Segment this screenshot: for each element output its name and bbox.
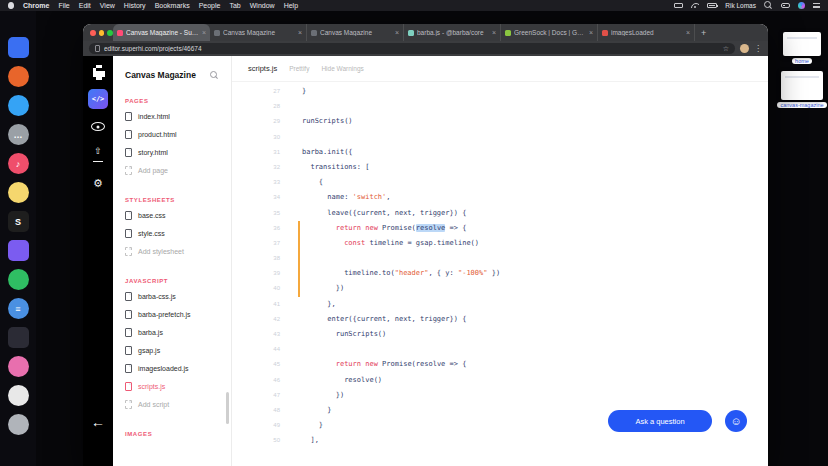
preview-eye-icon[interactable] xyxy=(91,122,105,131)
display-icon[interactable] xyxy=(674,3,683,8)
code-line[interactable]: 31barba.init({ xyxy=(232,145,768,160)
upload-icon[interactable] xyxy=(92,149,104,162)
file-item-index.html[interactable]: index.html xyxy=(113,107,231,125)
code-line[interactable]: 50 ], xyxy=(232,433,768,448)
browser-tab-5[interactable]: imagesLoaded× xyxy=(598,24,695,41)
tab-close-icon[interactable]: × xyxy=(395,29,399,36)
code-line[interactable]: 46 resolve() xyxy=(232,373,768,388)
window-thumbnail-home[interactable]: home xyxy=(783,32,821,64)
code-line[interactable]: 27} xyxy=(232,84,768,99)
dock-app-mug[interactable] xyxy=(8,385,29,406)
code-line[interactable]: 36 return new Promise(resolve => { xyxy=(232,221,768,236)
siri-icon[interactable] xyxy=(798,2,805,9)
code-line[interactable]: 39 timeline.to("header", { y: "-100%" }) xyxy=(232,266,768,281)
code-view-icon[interactable]: </> xyxy=(88,89,108,109)
dock-app-trash[interactable] xyxy=(8,414,29,435)
file-item-story.html[interactable]: story.html xyxy=(113,143,231,161)
user-name[interactable]: Rik Lomas xyxy=(725,2,756,9)
new-tab-button[interactable]: + xyxy=(695,28,712,38)
tab-close-icon[interactable]: × xyxy=(202,29,206,36)
hide-warnings-button[interactable]: Hide Warnings xyxy=(321,65,363,72)
spotlight-search-icon[interactable] xyxy=(764,1,773,10)
menu-people[interactable]: People xyxy=(199,2,221,9)
dock-app-figma[interactable] xyxy=(8,240,29,261)
menu-window[interactable]: Window xyxy=(250,2,275,9)
panel-scrollbar[interactable] xyxy=(226,392,229,424)
dock-app-notes[interactable]: ≡ xyxy=(8,298,29,319)
code-line[interactable]: 45 return new Promise(resolve => { xyxy=(232,357,768,372)
dock-app-firefox[interactable] xyxy=(8,66,29,87)
window-thumbnail-canvas-magazine[interactable]: canvas-magazine xyxy=(777,71,826,108)
code-area[interactable]: 27}2829runScripts()3031barba.init({32 tr… xyxy=(232,82,768,466)
dock-app-safari[interactable] xyxy=(8,95,29,116)
menu-history[interactable]: History xyxy=(124,2,146,9)
menu-edit[interactable]: Edit xyxy=(79,2,91,9)
browser-tab-4[interactable]: GreenSock | Docs | GSAP× xyxy=(501,24,598,41)
code-line[interactable]: 28 xyxy=(232,99,768,114)
minimize-window-button[interactable] xyxy=(99,30,105,36)
browser-tab-0[interactable]: Canvas Magazine - Superhi× xyxy=(113,24,210,41)
add-file-button[interactable]: Add page xyxy=(113,161,231,179)
dock-app-sketch[interactable] xyxy=(8,356,29,377)
superhi-logo[interactable] xyxy=(93,68,96,71)
code-line[interactable]: 32 transitions: [ xyxy=(232,160,768,175)
add-file-button[interactable]: Add stylesheet xyxy=(113,242,231,260)
code-line[interactable]: 47 }) xyxy=(232,388,768,403)
battery-icon[interactable] xyxy=(707,3,717,8)
file-item-barba.js[interactable]: barba.js xyxy=(113,323,231,341)
dock-app-messages[interactable]: … xyxy=(8,124,29,145)
dock-app-music[interactable]: ♪ xyxy=(8,153,29,174)
bookmark-star-icon[interactable]: ☆ xyxy=(723,45,729,53)
tab-close-icon[interactable]: × xyxy=(589,29,593,36)
dock-app-evernote[interactable] xyxy=(8,269,29,290)
settings-gear-icon[interactable]: ⚙ xyxy=(93,178,103,189)
apple-menu-icon[interactable] xyxy=(8,2,14,9)
code-line[interactable]: 29runScripts() xyxy=(232,114,768,129)
menu-file[interactable]: File xyxy=(58,2,69,9)
dock-app-photos[interactable] xyxy=(8,182,29,203)
code-line[interactable]: 40 }) xyxy=(232,281,768,296)
code-line[interactable]: 41 }, xyxy=(232,297,768,312)
close-window-button[interactable] xyxy=(90,30,96,36)
code-line[interactable]: 43 runScripts() xyxy=(232,327,768,342)
file-item-imagesloaded.js[interactable]: imagesloaded.js xyxy=(113,359,231,377)
dock-app-sublime-text[interactable]: S xyxy=(8,211,29,232)
browser-tab-3[interactable]: barba.js - @barba/core× xyxy=(404,24,501,41)
browser-tab-2[interactable]: Canvas Magazine× xyxy=(307,24,404,41)
address-bar[interactable]: editor.superhi.com/projects/46674 ☆ xyxy=(89,43,735,54)
menu-app-name[interactable]: Chrome xyxy=(23,2,49,9)
dock-app-finder[interactable] xyxy=(8,37,29,58)
back-arrow-button[interactable]: ← xyxy=(83,414,113,430)
menu-bookmarks[interactable]: Bookmarks xyxy=(155,2,190,9)
profile-avatar[interactable] xyxy=(740,44,749,53)
page-info-icon[interactable] xyxy=(95,45,100,52)
code-line[interactable]: 37 const timeline = gsap.timeline() xyxy=(232,236,768,251)
ask-question-button[interactable]: Ask a question xyxy=(608,410,712,432)
file-item-barba-css.js[interactable]: barba-css.js xyxy=(113,287,231,305)
menu-help[interactable]: Help xyxy=(284,2,298,9)
control-center-icon[interactable] xyxy=(781,3,790,8)
file-item-barba-prefetch.js[interactable]: barba-prefetch.js xyxy=(113,305,231,323)
notification-center-icon[interactable] xyxy=(813,3,820,8)
tab-close-icon[interactable]: × xyxy=(492,29,496,36)
code-line[interactable]: 33 { xyxy=(232,175,768,190)
menu-tab[interactable]: Tab xyxy=(229,2,240,9)
chat-smiley-button[interactable]: ☺ xyxy=(725,410,747,432)
code-line[interactable]: 38 xyxy=(232,251,768,266)
tab-close-icon[interactable]: × xyxy=(686,29,690,36)
file-item-scripts.js[interactable]: scripts.js xyxy=(113,377,231,395)
search-icon[interactable] xyxy=(210,71,219,80)
dock-app-pixelmator[interactable] xyxy=(8,327,29,348)
tab-close-icon[interactable]: × xyxy=(298,29,302,36)
chrome-menu-icon[interactable]: ⋮ xyxy=(754,44,762,53)
prettify-button[interactable]: Prettify xyxy=(289,65,309,72)
file-item-product.html[interactable]: product.html xyxy=(113,125,231,143)
open-file-tab[interactable]: scripts.js xyxy=(248,64,277,73)
code-line[interactable]: 44 xyxy=(232,342,768,357)
file-item-base.css[interactable]: base.css xyxy=(113,206,231,224)
code-line[interactable]: 35 leave({current, next, trigger}) { xyxy=(232,206,768,221)
code-line[interactable]: 34 name: 'switch', xyxy=(232,190,768,205)
menu-view[interactable]: View xyxy=(100,2,115,9)
file-item-style.css[interactable]: style.css xyxy=(113,224,231,242)
browser-tab-1[interactable]: Canvas Magazine× xyxy=(210,24,307,41)
